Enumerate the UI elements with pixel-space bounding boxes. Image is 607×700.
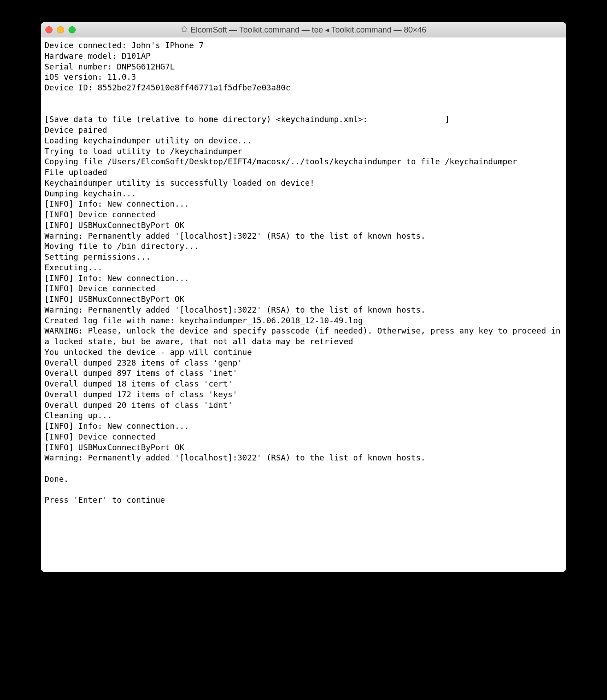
terminal-output[interactable]: Device connected: John's IPhone 7 Hardwa… [41,37,566,572]
window-title-area: ElcomSoft — Toolkit.command — tee ◂ Tool… [41,25,566,35]
traffic-lights [45,26,76,33]
close-button[interactable] [45,26,53,33]
minimize-button[interactable] [57,26,64,33]
terminal-window: ElcomSoft — Toolkit.command — tee ◂ Tool… [41,22,566,572]
maximize-button[interactable] [69,26,76,33]
titlebar[interactable]: ElcomSoft — Toolkit.command — tee ◂ Tool… [41,22,566,37]
home-icon [181,25,188,34]
window-title: ElcomSoft — Toolkit.command — tee ◂ Tool… [190,25,426,35]
